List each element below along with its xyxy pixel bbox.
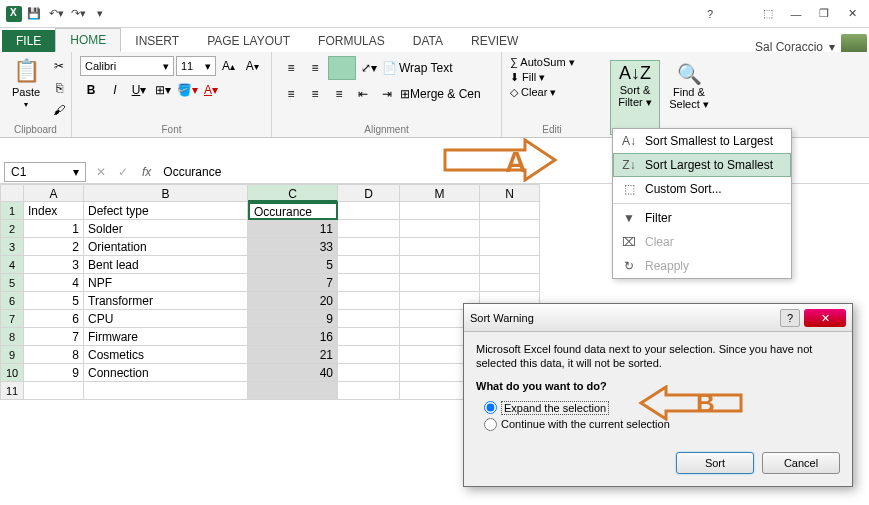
col-header[interactable]: D: [338, 184, 400, 202]
radio-input[interactable]: [484, 418, 497, 431]
cell[interactable]: [400, 238, 480, 256]
cell[interactable]: 33: [248, 238, 338, 256]
decrease-font-icon[interactable]: A▾: [241, 56, 263, 76]
cell[interactable]: 21: [248, 346, 338, 364]
tab-file[interactable]: FILE: [2, 30, 55, 52]
row-header[interactable]: 8: [0, 328, 24, 346]
cancel-formula-icon[interactable]: ✕: [90, 162, 112, 182]
cell[interactable]: [400, 220, 480, 238]
close-icon[interactable]: ✕: [839, 4, 865, 24]
cell[interactable]: [480, 220, 540, 238]
align-bottom-icon[interactable]: [328, 56, 356, 80]
dialog-help-icon[interactable]: ?: [780, 309, 800, 327]
tab-data[interactable]: DATA: [399, 30, 457, 52]
row-header[interactable]: 11: [0, 382, 24, 400]
cell[interactable]: [480, 238, 540, 256]
tab-formulas[interactable]: FORMULAS: [304, 30, 399, 52]
cell[interactable]: 7: [24, 328, 84, 346]
row-header[interactable]: 3: [0, 238, 24, 256]
cell[interactable]: 6: [24, 310, 84, 328]
cell[interactable]: Orientation: [84, 238, 248, 256]
cell[interactable]: 2: [24, 238, 84, 256]
cell[interactable]: 40: [248, 364, 338, 382]
cell[interactable]: [480, 202, 540, 220]
help-icon[interactable]: ?: [697, 4, 723, 24]
cell[interactable]: [400, 202, 480, 220]
cell[interactable]: [338, 256, 400, 274]
font-color-button[interactable]: A▾: [200, 80, 222, 100]
save-icon[interactable]: 💾: [24, 4, 44, 24]
italic-button[interactable]: I: [104, 80, 126, 100]
find-select-button[interactable]: 🔍 Find & Select ▾: [664, 60, 714, 135]
cell[interactable]: Index: [24, 202, 84, 220]
increase-indent-icon[interactable]: ⇥: [376, 84, 398, 104]
name-box[interactable]: C1▾: [4, 162, 86, 182]
cell[interactable]: [338, 382, 400, 400]
cell[interactable]: CPU: [84, 310, 248, 328]
decrease-indent-icon[interactable]: ⇤: [352, 84, 374, 104]
cell[interactable]: [400, 256, 480, 274]
radio-input[interactable]: [484, 401, 497, 414]
dd-custom-sort[interactable]: ⬚Custom Sort...: [613, 177, 791, 201]
cell[interactable]: Cosmetics: [84, 346, 248, 364]
col-header[interactable]: B: [84, 184, 248, 202]
align-middle-icon[interactable]: ≡: [304, 58, 326, 78]
cell[interactable]: [338, 310, 400, 328]
dd-sort-desc[interactable]: Z↓Sort Largest to Smallest: [613, 153, 791, 177]
cell[interactable]: [400, 274, 480, 292]
cancel-button[interactable]: Cancel: [762, 452, 840, 474]
enter-formula-icon[interactable]: ✓: [112, 162, 134, 182]
cell[interactable]: 4: [24, 274, 84, 292]
bold-button[interactable]: B: [80, 80, 102, 100]
align-right-icon[interactable]: ≡: [328, 84, 350, 104]
cell-active[interactable]: Occurance: [248, 202, 338, 220]
cell[interactable]: [248, 382, 338, 400]
border-button[interactable]: ⊞▾: [152, 80, 174, 100]
col-header[interactable]: N: [480, 184, 540, 202]
row-header[interactable]: 10: [0, 364, 24, 382]
cell[interactable]: 7: [248, 274, 338, 292]
align-top-icon[interactable]: ≡: [280, 58, 302, 78]
copy-icon[interactable]: ⎘: [48, 78, 70, 98]
fill-button[interactable]: ⬇ Fill ▾: [510, 71, 594, 84]
cell[interactable]: [84, 382, 248, 400]
increase-font-icon[interactable]: A▴: [218, 56, 240, 76]
redo-icon[interactable]: ↷▾: [68, 4, 88, 24]
align-left-icon[interactable]: ≡: [280, 84, 302, 104]
cell[interactable]: 16: [248, 328, 338, 346]
cell[interactable]: 9: [248, 310, 338, 328]
underline-button[interactable]: U▾: [128, 80, 150, 100]
dd-filter[interactable]: ▼Filter: [613, 206, 791, 230]
row-header[interactable]: 1: [0, 202, 24, 220]
row-header[interactable]: 2: [0, 220, 24, 238]
row-header[interactable]: 9: [0, 346, 24, 364]
cell[interactable]: 3: [24, 256, 84, 274]
fill-color-button[interactable]: 🪣▾: [176, 80, 198, 100]
restore-icon[interactable]: ❐: [811, 4, 837, 24]
cell[interactable]: [338, 346, 400, 364]
cell[interactable]: 20: [248, 292, 338, 310]
cell[interactable]: 11: [248, 220, 338, 238]
cell[interactable]: NPF: [84, 274, 248, 292]
col-header[interactable]: A: [24, 184, 84, 202]
cell[interactable]: [338, 364, 400, 382]
tab-review[interactable]: REVIEW: [457, 30, 532, 52]
col-header[interactable]: M: [400, 184, 480, 202]
align-center-icon[interactable]: ≡: [304, 84, 326, 104]
cut-icon[interactable]: ✂: [48, 56, 70, 76]
wrap-text-button[interactable]: 📄 Wrap Text: [382, 58, 453, 78]
merge-button[interactable]: ⊞ Merge & Cen: [400, 84, 481, 104]
cell[interactable]: [338, 328, 400, 346]
select-all[interactable]: [0, 184, 24, 202]
undo-icon[interactable]: ↶▾: [46, 4, 66, 24]
sort-button[interactable]: Sort: [676, 452, 754, 474]
cell[interactable]: 5: [248, 256, 338, 274]
font-name-combo[interactable]: Calibri▾: [80, 56, 174, 76]
dialog-close-icon[interactable]: ✕: [804, 309, 846, 327]
fx-icon[interactable]: fx: [134, 165, 159, 179]
cell[interactable]: 1: [24, 220, 84, 238]
cell[interactable]: Defect type: [84, 202, 248, 220]
qat-customize-icon[interactable]: ▾: [90, 4, 110, 24]
minimize-icon[interactable]: —: [783, 4, 809, 24]
row-header[interactable]: 4: [0, 256, 24, 274]
